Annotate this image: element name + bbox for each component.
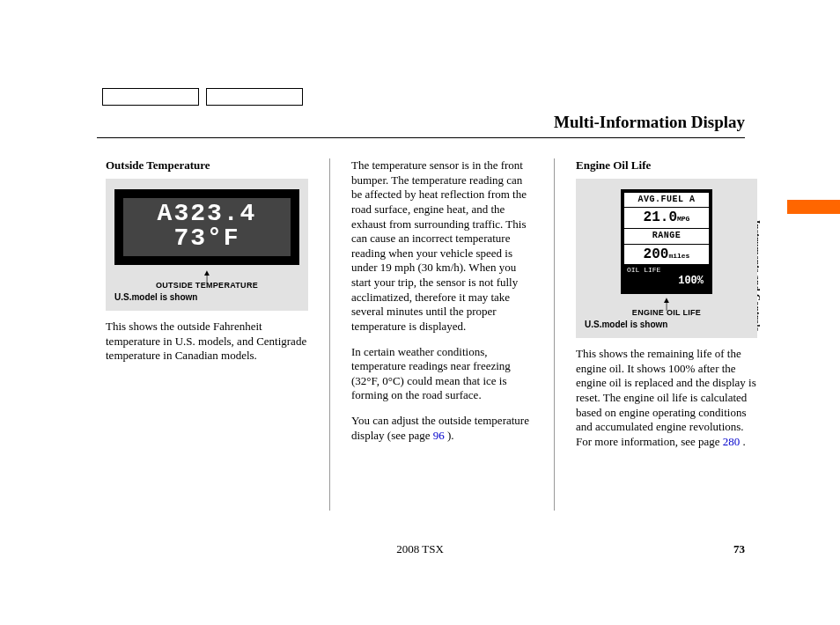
top-box-2: [206, 88, 303, 106]
oil-avg-fuel-value: 21.0MPG: [624, 208, 709, 228]
column-2: The temperature sensor is in the front b…: [351, 158, 533, 511]
col2-para2: In certain weather conditions, temperatu…: [351, 345, 533, 404]
top-box-1: [102, 88, 199, 106]
callout-arrow: ▲│: [114, 270, 299, 281]
col3-p1-pre: This shows the remaining life of the eng…: [576, 347, 756, 448]
oil-avg-fuel-num: 21.0: [644, 210, 677, 225]
figure-note-temp: U.S.model is shown: [114, 292, 299, 304]
col3-para1: This shows the remaining life of the eng…: [576, 347, 757, 449]
oil-range-value: 200miles: [624, 245, 709, 265]
title-rule: [97, 137, 745, 138]
lcd-odometer: A323.4: [123, 202, 291, 226]
col1-heading: Outside Temperature: [106, 158, 308, 173]
figure-label-temp: OUTSIDE TEMPERATURE: [114, 281, 299, 291]
footer-model: 2008 TSX: [0, 542, 840, 556]
figure-note-oil: U.S.model is shown: [585, 320, 667, 331]
column-1: Outside Temperature A323.4 73°F ▲│ OUTSI…: [106, 158, 308, 511]
oil-avg-fuel-unit: MPG: [677, 215, 689, 223]
page-link-96[interactable]: 96: [433, 429, 445, 442]
figure-outside-temp: A323.4 73°F ▲│ OUTSIDE TEMPERATURE U.S.m…: [106, 179, 308, 311]
page-title: Multi-Information Display: [554, 113, 745, 132]
section-tab: [787, 200, 840, 214]
column-separator-2: [554, 158, 555, 511]
col2-para1: The temperature sensor is in the front b…: [351, 158, 533, 335]
page-link-280[interactable]: 280: [723, 435, 741, 448]
lcd-temp: 73°F: [123, 226, 291, 251]
oil-life-label: OIL LIFE: [624, 265, 709, 275]
col3-heading: Engine Oil Life: [576, 158, 757, 173]
oil-range-label: RANGE: [624, 229, 709, 245]
oil-lcd-bezel: AVG.FUEL A 21.0MPG RANGE 200miles OIL LI…: [621, 189, 712, 294]
column-3: Engine Oil Life AVG.FUEL A 21.0MPG RANGE…: [576, 158, 757, 511]
lcd-screen: A323.4 73°F: [123, 198, 291, 256]
oil-range-num: 200: [644, 246, 669, 262]
oil-range-unit: miles: [668, 252, 689, 260]
col3-p1-post: .: [740, 435, 746, 448]
oil-life-value: 100%: [624, 275, 709, 290]
col1-para1: This shows the outside Fahrenheit temper…: [106, 320, 308, 364]
oil-avg-fuel-label: AVG.FUEL A: [624, 193, 709, 209]
top-blank-boxes: [102, 88, 303, 106]
callout-arrow-oil: ▲│: [662, 298, 671, 308]
lcd-bezel: A323.4 73°F: [114, 189, 299, 265]
footer-page-number: 73: [733, 542, 745, 556]
column-separator-1: [329, 158, 330, 511]
content-columns: Outside Temperature A323.4 73°F ▲│ OUTSI…: [106, 158, 757, 511]
figure-oil-life: AVG.FUEL A 21.0MPG RANGE 200miles OIL LI…: [576, 179, 757, 338]
figure-label-oil: ENGINE OIL LIFE: [632, 308, 701, 319]
col2-p3-post: ).: [445, 429, 454, 442]
col2-para3: You can adjust the outside temperature d…: [351, 414, 533, 443]
